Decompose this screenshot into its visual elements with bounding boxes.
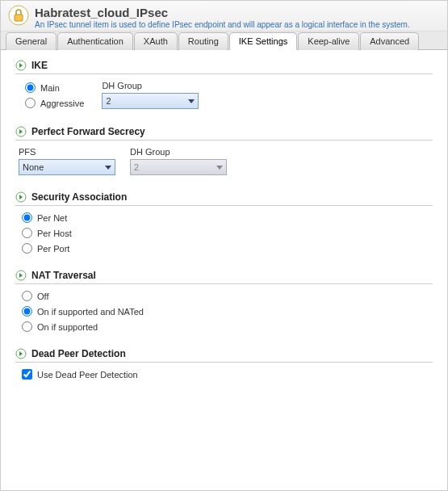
ike-mode-aggressive[interactable]: Aggressive [25, 98, 84, 108]
ike-dh-value: 2 [106, 96, 111, 106]
ike-dh-select[interactable]: 2 [102, 93, 199, 109]
section-title-sa: Security Association [31, 191, 127, 203]
sa-per-net-radio[interactable] [22, 212, 32, 223]
ike-mode-aggressive-radio[interactable] [25, 98, 36, 108]
section-title-nat: NAT Traversal [31, 270, 96, 281]
ike-mode-main[interactable]: Main [25, 82, 84, 93]
nat-radios: Off On if supported and NATed On if supp… [15, 289, 433, 334]
tab-bar: General Authentication XAuth Routing IKE… [1, 31, 447, 50]
section-pfs: Perfect Forward Secrecy PFS None DH Grou… [15, 126, 433, 177]
pfs-value: None [23, 162, 44, 172]
pfs-dh-select: 2 [130, 159, 227, 175]
pfs-label: PFS [19, 147, 115, 157]
pfs-field: PFS None [19, 147, 115, 175]
section-head-pfs: Perfect Forward Secrecy [15, 126, 433, 141]
nat-on-nated[interactable]: On if supported and NATed [22, 306, 429, 317]
section-head-ike: IKE [15, 60, 433, 74]
window-header: Habratest_cloud_IPsec An IPsec tunnel it… [1, 1, 447, 31]
nat-off-radio[interactable] [22, 291, 32, 301]
lock-icon [7, 4, 30, 27]
sa-per-host[interactable]: Per Host [22, 228, 429, 238]
ike-dh-field: DH Group 2 [102, 81, 199, 109]
ipsec-config-window: Habratest_cloud_IPsec An IPsec tunnel it… [0, 0, 448, 491]
section-sa: Security Association Per Net Per Host Pe… [15, 191, 433, 255]
dpd-check-row: Use Dead Peer Detection [15, 367, 433, 381]
section-title-dpd: Dead Peer Detection [31, 348, 126, 359]
tab-xauth[interactable]: XAuth [134, 32, 178, 50]
ike-mode-radios: Main Aggressive [19, 81, 87, 110]
section-title-pfs: Perfect Forward Secrecy [31, 126, 145, 137]
tab-ike-settings[interactable]: IKE Settings [229, 32, 298, 50]
sa-per-port[interactable]: Per Port [22, 243, 429, 254]
section-ike: IKE Main Aggressive DH Group 2 [15, 60, 433, 111]
section-head-nat: NAT Traversal [15, 270, 433, 284]
sa-per-net[interactable]: Per Net [22, 212, 429, 223]
section-head-sa: Security Association [15, 191, 433, 206]
nat-on-supported-radio[interactable] [22, 321, 32, 332]
sa-radios: Per Net Per Host Per Port [15, 211, 433, 255]
tab-keep-alive[interactable]: Keep-alive [298, 32, 359, 50]
nat-off[interactable]: Off [22, 291, 429, 301]
chevron-down-icon [216, 166, 223, 170]
pfs-dh-label: DH Group [130, 147, 227, 157]
chevron-down-icon [188, 99, 195, 103]
ike-dh-label: DH Group [102, 81, 199, 90]
nat-on-supported[interactable]: On if supported [22, 321, 429, 332]
arrow-right-icon [15, 348, 27, 359]
tab-authentication[interactable]: Authentication [57, 32, 133, 50]
arrow-right-icon [15, 60, 27, 71]
page-title: Habratest_cloud_IPsec [35, 6, 410, 19]
pfs-dh-value: 2 [134, 162, 139, 172]
tab-advanced[interactable]: Advanced [360, 32, 419, 50]
arrow-right-icon [15, 270, 27, 281]
sa-per-host-radio[interactable] [22, 228, 32, 238]
arrow-right-icon [15, 191, 27, 203]
content-area: IKE Main Aggressive DH Group 2 [1, 50, 447, 405]
ike-mode-main-radio[interactable] [25, 82, 36, 93]
svg-rect-1 [15, 15, 23, 21]
page-subtitle: An IPsec tunnel item is used to define I… [35, 20, 410, 29]
pfs-dh-field: DH Group 2 [130, 147, 227, 175]
section-title-ike: IKE [31, 60, 48, 71]
arrow-right-icon [15, 126, 27, 137]
nat-on-nated-radio[interactable] [22, 306, 32, 317]
header-text: Habratest_cloud_IPsec An IPsec tunnel it… [35, 4, 410, 29]
chevron-down-icon [105, 166, 111, 170]
pfs-select[interactable]: None [19, 159, 115, 175]
tab-routing[interactable]: Routing [178, 32, 228, 50]
section-nat: NAT Traversal Off On if supported and NA… [15, 270, 433, 334]
dpd-checkbox-label[interactable]: Use Dead Peer Detection [22, 369, 426, 380]
section-head-dpd: Dead Peer Detection [15, 348, 433, 363]
dpd-checkbox[interactable] [22, 369, 32, 380]
section-dpd: Dead Peer Detection Use Dead Peer Detect… [15, 348, 433, 381]
tab-general[interactable]: General [6, 32, 57, 50]
sa-per-port-radio[interactable] [22, 243, 32, 254]
